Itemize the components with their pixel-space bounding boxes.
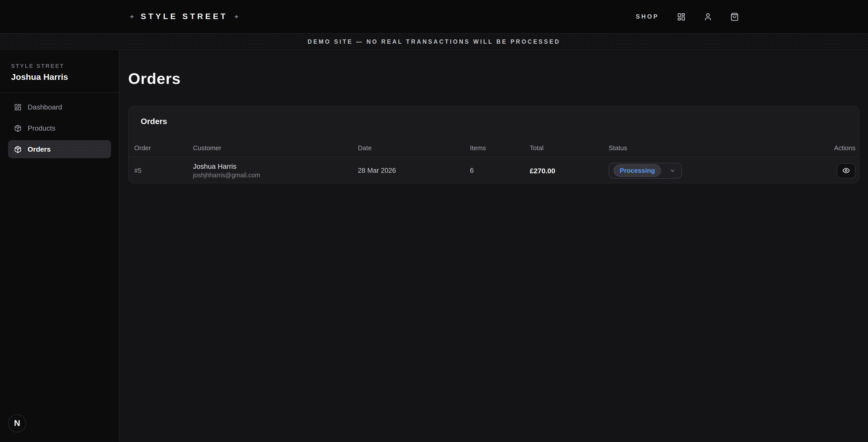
layout-dashboard-icon[interactable] (677, 12, 686, 21)
body-layout: STYLE STREET Joshua Harris Dashboard (0, 50, 868, 442)
view-order-button[interactable] (837, 163, 856, 178)
customer-cell: Joshua Harris joshjhharris@gmail.com (193, 162, 358, 179)
status-badge: Processing (614, 164, 661, 177)
sidebar-item-products[interactable]: Products (8, 119, 111, 137)
column-header-actions: Actions (803, 144, 856, 157)
order-table-row: #5 Joshua Harris joshjhharris@gmail.com … (129, 157, 859, 183)
demo-banner-text: DEMO SITE — NO REAL TRANSACTIONS WILL BE… (308, 38, 560, 44)
column-header-date: Date (358, 144, 470, 157)
top-header-inner: ✦ STYLE STREET ✦ SHOP (129, 12, 739, 21)
chevron-down-icon (670, 168, 676, 174)
sidebar-header: STYLE STREET Joshua Harris (0, 50, 119, 93)
shopping-bag-icon[interactable] (730, 12, 739, 21)
sidebar-item-label: Products (28, 124, 56, 132)
customer-name: Joshua Harris (193, 162, 358, 171)
package-icon (14, 145, 22, 153)
column-header-customer: Customer (193, 144, 358, 157)
orders-card-title: Orders (129, 106, 859, 127)
sidebar-nav: Dashboard Products Ord (0, 93, 119, 163)
package-icon (14, 124, 22, 132)
sparkle-icon: ✦ (234, 13, 239, 20)
top-nav: SHOP (636, 12, 739, 21)
top-header: ✦ STYLE STREET ✦ SHOP (0, 0, 868, 33)
sidebar-item-label: Dashboard (28, 103, 62, 111)
sidebar-item-orders[interactable]: Orders (8, 140, 111, 158)
actions-cell (803, 163, 856, 178)
app-root: ✦ STYLE STREET ✦ SHOP (0, 0, 868, 442)
user-name: Joshua Harris (11, 72, 108, 82)
shop-link[interactable]: SHOP (636, 13, 659, 20)
order-total: £270.00 (530, 167, 609, 174)
brand-logo[interactable]: ✦ STYLE STREET ✦ (129, 12, 239, 21)
orders-card: Orders Order Customer Date Items Total S… (128, 106, 860, 183)
customer-email: joshjhharris@gmail.com (193, 172, 358, 179)
column-header-status: Status (609, 144, 803, 157)
column-header-total: Total (530, 144, 609, 157)
sidebar-item-label: Orders (28, 145, 51, 153)
layout-dashboard-icon (14, 103, 22, 111)
column-header-order: Order (134, 144, 193, 157)
n-logo-badge[interactable]: N (8, 414, 26, 433)
order-id: #5 (134, 167, 193, 174)
status-select[interactable]: Processing (609, 163, 682, 178)
sparkle-icon: ✦ (129, 13, 135, 20)
column-header-items: Items (470, 144, 530, 157)
order-items-count: 6 (470, 167, 530, 174)
order-date: 28 Mar 2026 (358, 167, 470, 174)
sidebar-item-dashboard[interactable]: Dashboard (8, 98, 111, 116)
sidebar: STYLE STREET Joshua Harris Dashboard (0, 50, 120, 442)
orders-table-header: Order Customer Date Items Total Status A… (129, 127, 859, 157)
user-icon[interactable] (704, 12, 712, 21)
main-content: Orders Orders Order Customer Date Items … (120, 50, 868, 442)
n-logo-letter: N (14, 418, 20, 429)
demo-banner: DEMO SITE — NO REAL TRANSACTIONS WILL BE… (0, 33, 868, 50)
status-cell: Processing (609, 163, 803, 178)
brand-name: STYLE STREET (141, 12, 228, 21)
eye-icon (842, 167, 850, 174)
store-label: STYLE STREET (11, 63, 108, 69)
page-title: Orders (128, 70, 860, 88)
